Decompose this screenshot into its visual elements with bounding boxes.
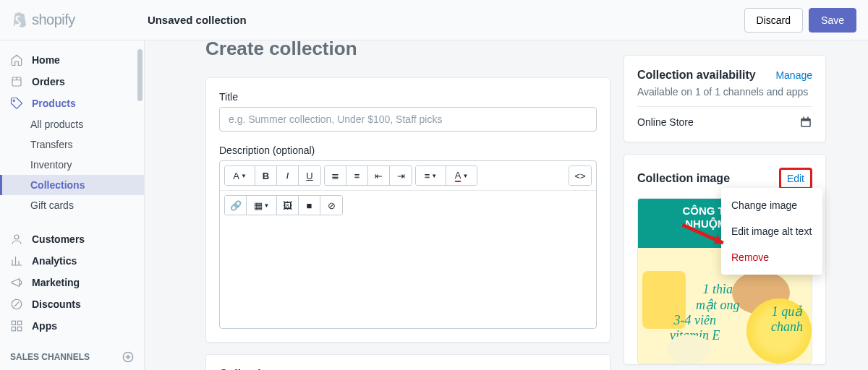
nav-inventory[interactable]: Inventory [0,155,144,175]
rte-color-dropdown[interactable]: A▼ [446,166,477,185]
description-label: Description (optional) [219,145,597,156]
svg-rect-5 [18,321,22,324]
svg-rect-7 [18,327,22,331]
svg-marker-15 [714,234,724,246]
apps-icon [10,319,23,332]
nav-home[interactable]: Home [0,49,144,71]
nav-orders-label: Orders [32,76,65,87]
nav-collections[interactable]: Collections [0,175,144,195]
rte-video[interactable]: ■ [299,196,320,215]
nav-transfers[interactable]: Transfers [0,134,144,155]
discard-button[interactable]: Discard [744,8,803,33]
availability-heading: Collection availability [637,69,756,82]
tag-icon [10,97,23,110]
discount-icon [10,298,23,311]
nav-home-label: Home [32,54,60,66]
svg-rect-6 [12,327,15,331]
availability-card: Collection availability Manage Available… [624,55,826,142]
calendar-icon[interactable] [799,116,812,129]
nav-apps-label: Apps [32,320,57,332]
nav-orders[interactable]: Orders [0,71,144,92]
rte-image[interactable]: 🖼 [277,196,299,215]
nav-marketing[interactable]: Marketing [0,272,144,293]
nav-marketing-label: Marketing [32,277,80,288]
scrollbar-thumb[interactable] [137,49,142,101]
availability-subtext: Available on 1 of 1 channels and apps [637,86,812,98]
change-image-item[interactable]: Change image [721,192,822,218]
edit-alt-text-item[interactable]: Edit image alt text [721,218,822,244]
nav-apps[interactable]: Apps [0,315,144,337]
nav-analytics-label: Analytics [32,255,77,267]
collection-type-card: Collection type Manual Add products to t… [205,354,610,370]
shopify-logo: shopify [12,12,75,29]
page-status: Unsaved collection [148,14,247,26]
online-store-label: Online Store [637,116,694,128]
nav-products[interactable]: Products [0,92,144,114]
rte-link[interactable]: 🔗 [225,196,247,215]
orders-icon [10,75,23,88]
save-button[interactable]: Save [809,8,856,33]
nav-all-products[interactable]: All products [0,114,144,134]
rte-table[interactable]: ▦▼ [247,196,277,215]
rte-indent[interactable]: ⇥ [390,166,412,185]
rte-bullet-list[interactable]: ≣ [325,166,346,185]
rte-font-dropdown[interactable]: A▼ [225,166,255,185]
title-label: Title [219,91,597,103]
rte-underline[interactable]: U [299,166,320,185]
megaphone-icon [10,276,23,289]
rte-align-dropdown[interactable]: ≡▼ [416,166,446,185]
nav-customers-label: Customers [32,233,85,245]
image-edit-dropdown: Change image Edit image alt text Remove [721,188,822,275]
svg-rect-13 [807,117,809,120]
rte-code-view[interactable]: <> [569,166,591,185]
page-title: Create collection [205,40,610,60]
rte-clear[interactable]: ⊘ [320,196,342,215]
svg-rect-4 [12,321,15,324]
rte-outdent[interactable]: ⇤ [368,166,390,185]
title-input[interactable] [219,107,597,132]
svg-rect-11 [802,121,810,126]
rte-number-list[interactable]: ≡ [346,166,368,185]
svg-rect-12 [803,117,804,120]
edit-image-button[interactable]: Edit [779,168,812,189]
description-textarea[interactable] [220,220,596,328]
svg-point-1 [13,100,14,101]
manage-link[interactable]: Manage [775,69,812,81]
collection-image-card: Collection image Edit Change image Edit … [624,154,826,365]
nav-discounts[interactable]: Discounts [0,293,144,315]
nav-customers[interactable]: Customers [0,228,144,250]
person-icon [10,233,23,246]
title-desc-card: Title Description (optional) A▼ B I U ≣ [205,77,610,343]
rte-italic[interactable]: I [277,166,299,185]
nav-products-label: Products [32,98,76,109]
description-editor: A▼ B I U ≣ ≡ ⇤ ⇥ ≡▼ A▼ [219,160,597,329]
remove-image-item[interactable]: Remove [721,244,822,270]
sidebar: Home Orders Products All products Transf… [0,40,145,370]
sales-channels-heading: SALES CHANNELS [0,337,144,369]
nav-gift-cards[interactable]: Gift cards [0,195,144,215]
collection-image-heading: Collection image [637,172,730,185]
nav-discounts-label: Discounts [32,298,81,310]
nav-analytics[interactable]: Analytics [0,250,144,272]
svg-point-2 [14,235,19,239]
rte-bold[interactable]: B [255,166,277,185]
analytics-icon [10,254,23,267]
add-channel-icon[interactable] [122,351,134,363]
home-icon [10,53,23,66]
